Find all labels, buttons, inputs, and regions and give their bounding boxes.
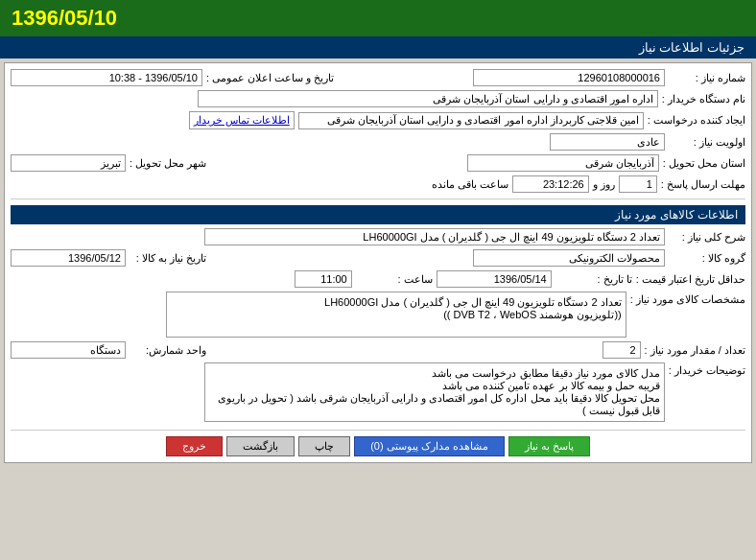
moshahedeh-button[interactable]: مشاهده مدارک پیوستی (0) bbox=[354, 436, 505, 456]
header-bar: 1396/05/10 bbox=[0, 0, 756, 36]
mohlat-roz-text: روز و bbox=[593, 178, 615, 191]
bottom-buttons: پاسخ به نیاز مشاهده مدارک پیوستی (0) چاپ… bbox=[11, 430, 745, 456]
mohlat-roz-input bbox=[619, 175, 657, 193]
ostan-label: استان محل تحویل : bbox=[663, 157, 745, 170]
shomare-niaz-input bbox=[473, 69, 665, 86]
tedad-input bbox=[602, 341, 641, 359]
tarikh-niaz-input bbox=[11, 249, 126, 267]
mohashasat-textarea bbox=[166, 292, 626, 338]
tedad-label: تعداد / مقدار مورد نیاز : bbox=[645, 344, 745, 357]
hadaghal-label: حداقل تاریخ اعتبار قیمت : bbox=[636, 273, 745, 286]
hadaghal-tarikh-label: تا تاریخ : bbox=[555, 273, 632, 286]
sharh-label: شرح کلی نیاز : bbox=[669, 231, 745, 244]
page-title: جزئیات اطلاعات نیاز bbox=[639, 40, 744, 55]
shomare-niaz-label: شماره نیاز : bbox=[669, 72, 745, 84]
sharh-input bbox=[204, 228, 665, 245]
mohlat-label: مهلت ارسال پاسخ : bbox=[661, 178, 745, 191]
section2-title: اطلاعات کالاهای مورد نیاز bbox=[11, 205, 745, 224]
ijadkonande-label: ایجاد کننده درخواست : bbox=[648, 114, 745, 127]
pasakh-button[interactable]: پاسخ به نیاز bbox=[508, 436, 590, 456]
mohashasat-label: مشخصات کالای مورد نیاز : bbox=[630, 293, 745, 306]
ijadkonande-input bbox=[298, 112, 644, 129]
contact-link[interactable]: اطلاعات تماس خریدار bbox=[189, 111, 295, 129]
bazgasht-button[interactable]: بازگشت bbox=[226, 436, 295, 456]
tarikh-niaz-label: تاریخ نیاز به کالا : bbox=[130, 252, 206, 265]
hadaghal-tarikh-input bbox=[437, 270, 552, 288]
shahr-label: شهر محل تحویل : bbox=[130, 157, 206, 170]
hadaghal-saat-label: ساعت : bbox=[356, 273, 433, 286]
hadaghal-saat-input bbox=[295, 270, 352, 288]
page-title-bar: جزئیات اطلاعات نیاز bbox=[0, 36, 756, 58]
chap-button[interactable]: چاپ bbox=[298, 436, 350, 456]
towzih-textarea bbox=[204, 362, 665, 422]
towzih-label: توضیحات خریدار : bbox=[669, 364, 745, 377]
tarikh-label: تاریخ و ساعت اعلان عمومی : bbox=[206, 72, 334, 84]
goreh-input bbox=[473, 249, 665, 267]
vahed-label: واحد شمارش: bbox=[130, 344, 206, 357]
header-date: 1396/05/10 bbox=[12, 6, 117, 30]
ostan-input bbox=[467, 154, 659, 172]
tarikh-input bbox=[11, 69, 202, 86]
vahed-input bbox=[11, 341, 126, 359]
avaloiyat-label: اولویت نیاز : bbox=[669, 136, 745, 149]
namdastgah-label: نام دستگاه خریدار : bbox=[662, 93, 745, 105]
namdastgah-input bbox=[198, 90, 658, 107]
shahr-input bbox=[11, 154, 126, 172]
khorouj-button[interactable]: خروج bbox=[166, 436, 223, 456]
avaloiyat-input bbox=[550, 133, 665, 151]
mohlat-saat-input bbox=[512, 175, 589, 193]
goreh-label: گروه کالا : bbox=[669, 252, 745, 265]
mohlat-baqi-text: ساعت باقی مانده bbox=[432, 178, 508, 191]
